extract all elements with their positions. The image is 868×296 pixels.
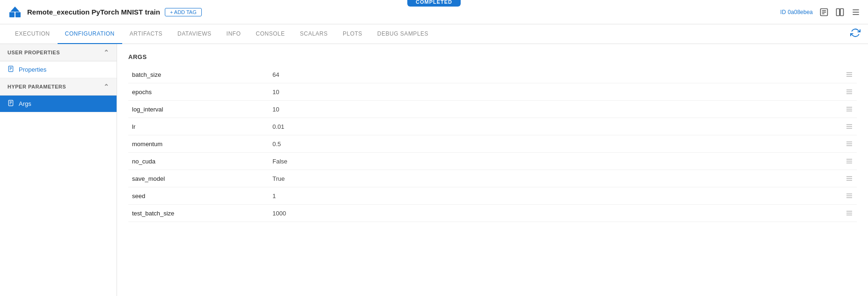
param-name: save_model <box>128 170 269 187</box>
param-row-menu[interactable] <box>838 187 857 205</box>
table-row: test_batch_size1000 <box>128 205 857 222</box>
param-row-menu[interactable] <box>838 170 857 187</box>
param-name: no_cuda <box>128 153 269 170</box>
args-doc-icon <box>7 100 14 108</box>
tab-debug-samples[interactable]: DEBUG SAMPLES <box>370 24 436 44</box>
task-title: Remote_execution PyTorch MNIST train <box>27 8 160 16</box>
param-value: 0.01 <box>269 118 838 135</box>
add-tag-button[interactable]: + ADD TAG <box>165 8 202 16</box>
table-row: lr0.01 <box>128 118 857 135</box>
row-menu-icon[interactable] <box>842 140 853 148</box>
row-menu-icon[interactable] <box>842 209 853 217</box>
param-value: 1000 <box>269 205 838 222</box>
tab-nav-right <box>850 28 861 40</box>
param-row-menu[interactable] <box>838 205 857 222</box>
hyper-parameters-chevron: ⌃ <box>103 83 110 90</box>
param-value: 0.5 <box>269 135 838 153</box>
param-name: batch_size <box>128 66 269 83</box>
task-id: ID 0a08ebea <box>780 9 813 15</box>
param-value: 64 <box>269 66 838 83</box>
param-value: 1 <box>269 187 838 205</box>
params-table: batch_size64epochs10log_interval10lr0.01… <box>128 66 857 222</box>
table-row: epochs10 <box>128 83 857 101</box>
table-row: seed1 <box>128 187 857 205</box>
param-name: lr <box>128 118 269 135</box>
tab-nav: EXECUTION CONFIGURATION ARTIFACTS DATAVI… <box>0 24 868 44</box>
tab-configuration[interactable]: CONFIGURATION <box>58 24 122 44</box>
task-id-value[interactable]: 0a08ebea <box>788 9 813 15</box>
row-menu-icon[interactable] <box>842 88 853 96</box>
param-name: test_batch_size <box>128 205 269 222</box>
row-menu-icon[interactable] <box>842 105 853 113</box>
param-row-menu[interactable] <box>838 83 857 101</box>
row-menu-icon[interactable] <box>842 123 853 130</box>
args-label: Args <box>19 100 31 107</box>
param-name: log_interval <box>128 101 269 118</box>
tab-info[interactable]: INFO <box>219 24 249 44</box>
param-value: False <box>269 153 838 170</box>
sidebar: USER PROPERTIES ⌃ Properties HYPER PARAM… <box>0 44 117 296</box>
sidebar-section-user-properties[interactable]: USER PROPERTIES ⌃ <box>0 44 117 61</box>
hyper-parameters-label: HYPER PARAMETERS <box>7 84 66 89</box>
app-logo <box>7 5 22 20</box>
table-row: momentum0.5 <box>128 135 857 153</box>
tab-dataviews[interactable]: DATAVIEWS <box>170 24 219 44</box>
main-layout: USER PROPERTIES ⌃ Properties HYPER PARAM… <box>0 44 868 296</box>
table-row: save_modelTrue <box>128 170 857 187</box>
top-bar-left: Remote_execution PyTorch MNIST train + A… <box>7 5 780 20</box>
menu-icon[interactable] <box>851 7 861 17</box>
tab-scalars[interactable]: SCALARS <box>292 24 335 44</box>
param-name: epochs <box>128 83 269 101</box>
param-name: seed <box>128 187 269 205</box>
completed-badge: COMPLETED <box>407 0 461 7</box>
tab-console[interactable]: CONSOLE <box>248 24 292 44</box>
svg-rect-1 <box>15 12 21 17</box>
param-row-menu[interactable] <box>838 153 857 170</box>
user-properties-label: USER PROPERTIES <box>7 50 60 55</box>
sidebar-item-properties[interactable]: Properties <box>0 61 117 78</box>
param-row-menu[interactable] <box>838 118 857 135</box>
param-value: 10 <box>269 101 838 118</box>
svg-rect-0 <box>9 12 15 17</box>
user-properties-chevron: ⌃ <box>103 49 110 56</box>
param-row-menu[interactable] <box>838 66 857 83</box>
table-row: no_cudaFalse <box>128 153 857 170</box>
split-icon[interactable] <box>835 7 845 17</box>
top-bar: Remote_execution PyTorch MNIST train + A… <box>0 0 868 24</box>
param-row-menu[interactable] <box>838 101 857 118</box>
content-area: ARGS batch_size64epochs10log_interval10l… <box>117 44 868 296</box>
properties-doc-icon <box>7 66 14 74</box>
task-id-label: ID <box>780 9 786 15</box>
args-section-title: ARGS <box>128 53 857 60</box>
sidebar-section-hyper-parameters[interactable]: HYPER PARAMETERS ⌃ <box>0 78 117 96</box>
sidebar-item-args[interactable]: Args <box>0 96 117 112</box>
param-value: 10 <box>269 83 838 101</box>
svg-rect-7 <box>837 8 840 15</box>
svg-marker-2 <box>10 7 20 12</box>
table-row: log_interval10 <box>128 101 857 118</box>
refresh-icon[interactable] <box>850 28 861 40</box>
row-menu-icon[interactable] <box>842 157 853 165</box>
properties-label: Properties <box>19 66 46 73</box>
param-row-menu[interactable] <box>838 135 857 153</box>
description-icon[interactable] <box>819 7 829 17</box>
tab-artifacts[interactable]: ARTIFACTS <box>122 24 170 44</box>
row-menu-icon[interactable] <box>842 192 853 200</box>
param-value: True <box>269 170 838 187</box>
tab-plots[interactable]: PLOTS <box>335 24 370 44</box>
param-name: momentum <box>128 135 269 153</box>
tab-execution[interactable]: EXECUTION <box>7 24 58 44</box>
row-menu-icon[interactable] <box>842 71 853 78</box>
top-bar-right: ID 0a08ebea <box>780 7 861 17</box>
row-menu-icon[interactable] <box>842 175 853 182</box>
svg-rect-8 <box>840 8 844 15</box>
table-row: batch_size64 <box>128 66 857 83</box>
